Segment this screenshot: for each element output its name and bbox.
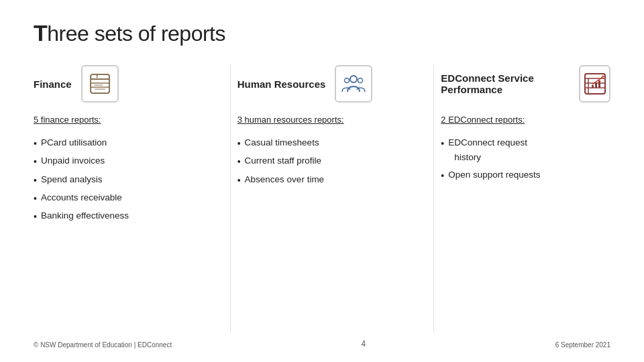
list-item: Unpaid invoices bbox=[34, 152, 203, 170]
hr-column: Human Resources 3 human resour bbox=[237, 65, 427, 333]
svg-point-9 bbox=[358, 78, 363, 83]
hr-report-list: Casual timesheets Current staff profile … bbox=[237, 134, 407, 189]
footer-date: 6 September 2021 bbox=[555, 341, 610, 349]
list-item: Absences over time bbox=[237, 171, 407, 189]
edconnect-column: EDConnect Service Performance bbox=[441, 65, 610, 333]
divider-2 bbox=[433, 65, 434, 333]
edconnect-indent-text: history bbox=[441, 151, 610, 164]
edconnect-label: EDConnect Service Performance bbox=[441, 72, 570, 95]
hr-reports-label: 3 human resources reports: bbox=[237, 115, 407, 125]
finance-header: Finance $ bbox=[34, 65, 203, 103]
footer-page-number: 4 bbox=[362, 339, 366, 349]
svg-rect-0 bbox=[91, 74, 109, 93]
svg-point-18 bbox=[602, 76, 604, 78]
slide-title: Three sets of reports bbox=[34, 20, 610, 46]
edconnect-report-list: EDConnect request bbox=[441, 134, 610, 152]
list-item: Banking effectiveness bbox=[34, 207, 203, 225]
finance-icon-box: $ bbox=[81, 65, 119, 103]
hr-label: Human Resources bbox=[237, 78, 326, 90]
svg-point-8 bbox=[345, 78, 350, 83]
footer-copyright: © NSW Department of Education | EDConnec… bbox=[34, 341, 172, 349]
columns-container: Finance $ 5 finance reports: PCard utili… bbox=[34, 65, 610, 333]
slide: Three sets of reports Finance $ bbox=[0, 0, 644, 362]
list-item: Spend analysis bbox=[34, 171, 203, 189]
svg-rect-17 bbox=[598, 80, 600, 88]
finance-label: Finance bbox=[34, 78, 72, 90]
list-item: EDConnect request bbox=[441, 134, 610, 152]
svg-rect-16 bbox=[595, 82, 597, 88]
edconnect-header: EDConnect Service Performance bbox=[441, 65, 610, 103]
edconnect-icon-box bbox=[579, 65, 610, 103]
divider-1 bbox=[230, 65, 231, 333]
title-rest: hree sets of reports bbox=[47, 21, 225, 46]
list-item: PCard utilisation bbox=[34, 134, 203, 152]
title-T: T bbox=[34, 20, 47, 46]
svg-point-7 bbox=[350, 76, 357, 82]
svg-rect-15 bbox=[592, 85, 594, 88]
hr-header: Human Resources bbox=[237, 65, 407, 103]
finance-report-list: PCard utilisation Unpaid invoices Spend … bbox=[34, 134, 203, 225]
finance-icon: $ bbox=[88, 72, 112, 96]
edconnect-reports-label: 2 EDConnect reports: bbox=[441, 115, 610, 125]
hr-icon-box bbox=[335, 65, 372, 103]
list-item: Current staff profile bbox=[237, 152, 407, 170]
finance-column: Finance $ 5 finance reports: PCard utili… bbox=[34, 65, 223, 333]
list-item: Casual timesheets bbox=[237, 134, 407, 152]
hr-icon bbox=[341, 72, 366, 96]
edconnect-report-list-2: Open support requests bbox=[441, 166, 610, 184]
list-item: Accounts receivable bbox=[34, 189, 203, 207]
list-item: Open support requests bbox=[441, 166, 610, 184]
slide-footer: © NSW Department of Education | EDConnec… bbox=[34, 333, 610, 349]
finance-reports-label: 5 finance reports: bbox=[34, 115, 203, 125]
edconnect-icon bbox=[583, 72, 607, 96]
